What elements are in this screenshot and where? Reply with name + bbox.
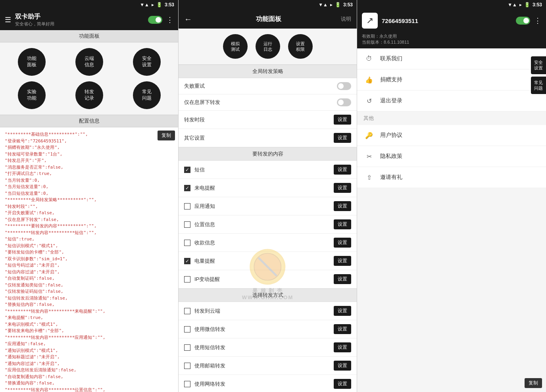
- panel-2: ▼▲ ▸ 🔋 3:53 ← 功能面板 说明 模拟 测试 运行 日志 设置 权限: [179, 0, 357, 392]
- cb-wechat[interactable]: [184, 326, 190, 332]
- cb-row-app: 应用通知 设置: [179, 197, 357, 215]
- side-buttons: 安全 设置 常见 问题: [531, 56, 546, 94]
- panel3-toggle[interactable]: [516, 17, 530, 25]
- set-btn-location[interactable]: 设置: [334, 219, 351, 229]
- cb-label-app: 应用通知: [194, 203, 330, 210]
- setting-screenoff: 仅在息屏下转发: [179, 94, 357, 111]
- side-btn-safety[interactable]: 安全 设置: [531, 56, 546, 74]
- cb-call[interactable]: ✓: [184, 185, 190, 191]
- set-btn-sms[interactable]: 设置: [334, 165, 351, 175]
- cb-location[interactable]: [184, 221, 190, 228]
- donate-icon: 👍: [363, 74, 375, 85]
- cb-app[interactable]: [184, 203, 190, 209]
- menu-item-agreement[interactable]: 🔑 用户协议: [357, 125, 546, 146]
- battery-icon-2: 🔋: [335, 2, 341, 8]
- func-btn-4[interactable]: 转发 记录: [75, 81, 103, 109]
- invite-icon: ⇧: [363, 172, 375, 183]
- func-btn-0[interactable]: 功能 面板: [18, 48, 46, 76]
- menu-item-privacy[interactable]: ✂ 隐私政策: [357, 146, 546, 167]
- cb-ip[interactable]: [184, 276, 190, 282]
- func-btn-5[interactable]: 常见 问题: [133, 81, 161, 109]
- panel2-header: ← 功能面板 说明: [179, 10, 357, 29]
- set-btn-cloud[interactable]: 设置: [334, 306, 351, 316]
- func-btn-3[interactable]: 实验 功能: [18, 81, 46, 109]
- setting-label-other: 其它设置: [184, 135, 334, 142]
- config-content: 复制 "*********基础信息**********":"", "登录账号":…: [0, 127, 178, 392]
- toggle-screenoff[interactable]: [337, 98, 351, 106]
- panel-1: ▼▲ ▸ 🔋 3:53 ☰ 双卡助手 安全省心，简单好用 ⋮ 功能面板 功能 面…: [0, 0, 179, 392]
- cb-row-location: 位置信息 设置: [179, 215, 357, 234]
- validity-block: 有效期：永久使用 当前版本：8.6.11.10811: [357, 32, 546, 48]
- set-btn-net[interactable]: 设置: [334, 379, 351, 389]
- wifi-icon-2: ▸: [330, 2, 333, 8]
- toggle-retry[interactable]: [337, 82, 351, 90]
- tab-log[interactable]: 运行 日志: [256, 34, 280, 59]
- status-bar-3: ▼▲ ▸ 🔋 3:53: [357, 0, 546, 10]
- cb-smsfwd[interactable]: [184, 344, 190, 351]
- panel2-title: 功能面板: [196, 15, 341, 23]
- cb-label-call: 来电提醒: [194, 184, 330, 192]
- cb-sms[interactable]: ✓: [184, 167, 190, 173]
- tab-simulate[interactable]: 模拟 测试: [223, 34, 248, 59]
- phone-number: 72664593511: [382, 17, 512, 24]
- set-btn-app[interactable]: 设置: [334, 201, 351, 211]
- global-strategy-header: 全局转发策略: [179, 65, 357, 78]
- func-btn-2[interactable]: 安全 设置: [133, 48, 161, 76]
- time-display-2: 3:53: [343, 2, 353, 8]
- set-btn-smsfwd[interactable]: 设置: [334, 342, 351, 352]
- set-button-other[interactable]: 设置: [334, 133, 351, 143]
- time-display-1: 3:53: [165, 2, 174, 8]
- back-button[interactable]: ←: [184, 15, 192, 24]
- func-btn-1[interactable]: 云端 信息: [75, 48, 103, 76]
- content-header: 要转发的内容: [179, 147, 357, 161]
- copy-button-3[interactable]: 复制: [525, 378, 542, 388]
- setting-label-screenoff: 仅在息屏下转发: [184, 99, 337, 106]
- menu-icon[interactable]: ☰: [5, 15, 11, 24]
- setting-label-retry: 失败重试: [184, 83, 337, 90]
- cb-net[interactable]: [184, 381, 190, 387]
- method-header: 选择转发方式: [179, 288, 357, 302]
- menu-item-invite[interactable]: ⇧ 邀请有礼: [357, 167, 546, 188]
- cb-label-wechat: 使用微信转发: [194, 326, 330, 333]
- panel1-header: ☰ 双卡助手 安全省心，简单好用 ⋮: [0, 10, 178, 30]
- menu-item-contact[interactable]: ⏱ 联系我们: [357, 48, 546, 69]
- tab-permission[interactable]: 设置 权限: [288, 34, 313, 59]
- time-display-3: 3:53: [533, 2, 542, 8]
- cb-payment[interactable]: [184, 240, 190, 246]
- config-text: "*********基础信息**********":"", "登录账号":"72…: [5, 131, 173, 392]
- cb-label-location: 位置信息: [194, 221, 330, 228]
- side-btn-faq[interactable]: 常见 问题: [531, 77, 546, 94]
- copy-button-1[interactable]: 复制: [158, 131, 175, 140]
- title-block: 双卡助手 安全省心，简单好用: [15, 13, 144, 27]
- more-icon-3[interactable]: ⋮: [534, 16, 541, 25]
- setting-label-timeperiod: 转发时段: [184, 116, 334, 123]
- set-btn-payment[interactable]: 设置: [334, 238, 351, 248]
- set-btn-battery[interactable]: 设置: [334, 256, 351, 266]
- cb-row-smsfwd: 使用短信转发 设置: [179, 338, 357, 357]
- status-bar-2: ▼▲ ▸ 🔋 3:53: [179, 0, 357, 10]
- battery-icon-3: 🔋: [524, 2, 530, 8]
- explain-button[interactable]: 说明: [341, 15, 351, 23]
- cb-label-cloud: 转发到云端: [194, 307, 330, 315]
- set-btn-wechat[interactable]: 设置: [334, 324, 351, 334]
- cb-email[interactable]: [184, 363, 190, 369]
- cb-label-net: 使用网络转发: [194, 380, 330, 388]
- signal-icon-2: ▼▲: [318, 2, 328, 8]
- logout-icon: ↺: [363, 95, 375, 106]
- menu-item-donate[interactable]: 👍 捐赠支持: [357, 69, 546, 90]
- set-btn-ip[interactable]: 设置: [334, 274, 351, 284]
- more-icon-1[interactable]: ⋮: [166, 15, 173, 24]
- panel-3: ▼▲ ▸ 🔋 3:53 ↗ 72664593511 ⋮ 有效期：永久使用 当前版…: [357, 0, 546, 392]
- set-button-timeperiod[interactable]: 设置: [334, 115, 351, 125]
- main-toggle[interactable]: [148, 16, 162, 24]
- set-btn-email[interactable]: 设置: [334, 361, 351, 371]
- cb-cloud[interactable]: [184, 308, 190, 314]
- cb-label-ip: IP变动提醒: [194, 276, 330, 283]
- cb-battery[interactable]: ✓: [184, 258, 190, 264]
- menu-label-privacy: 隐私政策: [380, 153, 402, 160]
- menu-label-contact: 联系我们: [380, 55, 402, 62]
- app-logo: ↗: [362, 13, 378, 29]
- set-btn-call[interactable]: 设置: [334, 183, 351, 193]
- cb-label-sms: 短信: [194, 166, 330, 173]
- menu-item-logout[interactable]: ↺ 退出登录: [357, 90, 546, 111]
